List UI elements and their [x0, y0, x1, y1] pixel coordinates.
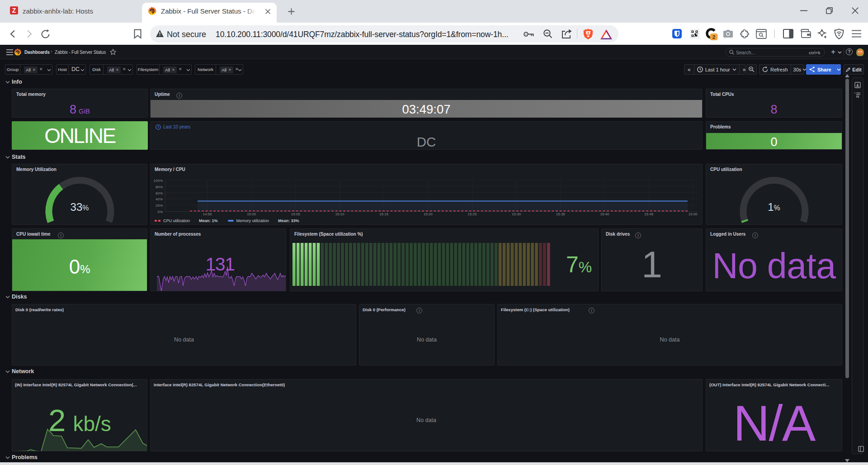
svg-text:15:05: 15:05 — [291, 212, 301, 216]
svg-text:15:15: 15:15 — [379, 212, 389, 216]
svg-text:80%: 80% — [156, 185, 163, 189]
svg-text:15:00: 15:00 — [247, 212, 256, 216]
svg-text:15:45: 15:45 — [644, 212, 654, 216]
svg-text:15:25: 15:25 — [467, 212, 477, 216]
svg-text:15:35: 15:35 — [556, 212, 566, 216]
svg-text:15:40: 15:40 — [600, 212, 609, 216]
svg-text:15:20: 15:20 — [424, 212, 433, 216]
svg-text:0%: 0% — [157, 210, 163, 214]
svg-text:20%: 20% — [156, 204, 163, 208]
svg-text:15:30: 15:30 — [512, 212, 521, 216]
svg-text:15:10: 15:10 — [335, 212, 344, 216]
svg-text:40%: 40% — [156, 197, 163, 201]
svg-text:60%: 60% — [156, 191, 163, 195]
svg-text:14:55: 14:55 — [203, 212, 212, 216]
svg-text:15:50: 15:50 — [689, 212, 698, 216]
svg-text:100%: 100% — [154, 179, 163, 183]
svg-text:2: 2 — [712, 34, 715, 40]
